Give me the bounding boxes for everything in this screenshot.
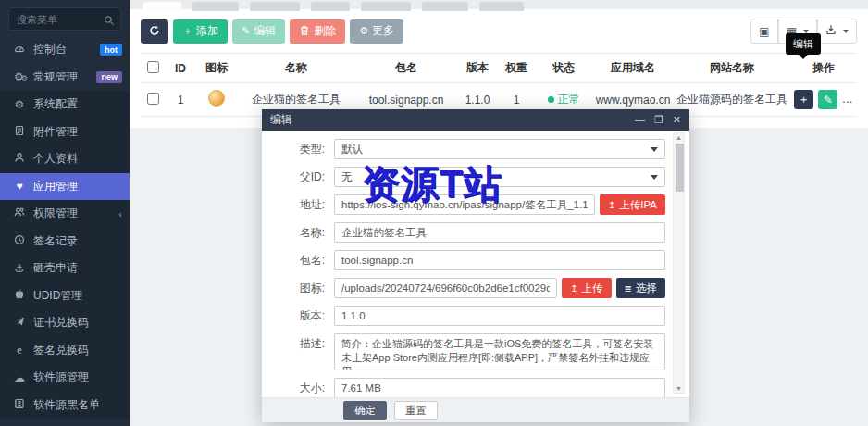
edit-dialog: 编辑 — ❐ ✕ 类型: 默认 父ID: 无 地址: ↥上传IPA xyxy=(262,109,689,422)
field-label-version: 版本: xyxy=(262,306,334,326)
version-input[interactable] xyxy=(334,306,665,326)
edit-button[interactable]: ✎编辑 xyxy=(232,19,285,44)
user-icon xyxy=(12,152,27,166)
col-id[interactable]: ID xyxy=(165,54,196,83)
tab-stub[interactable] xyxy=(143,2,181,11)
type-select[interactable]: 默认 xyxy=(334,139,665,159)
tab-stub[interactable] xyxy=(311,2,350,11)
sidebar-item-cert-codes[interactable]: 证书兑换码 xyxy=(0,309,130,337)
maximize-icon[interactable]: ❐ xyxy=(654,115,663,125)
gear-icon: ⚙ xyxy=(359,25,368,37)
sidebar-item-general[interactable]: ⚙⚙ 常规管理 new xyxy=(0,64,130,92)
address-book-icon xyxy=(12,398,27,412)
row-delete-button[interactable] xyxy=(843,90,857,109)
upload-icon-button[interactable]: ↥上传 xyxy=(562,278,611,298)
chevron-down-icon xyxy=(651,147,658,152)
sidebar-item-source-blacklist[interactable]: 软件源黑名单 xyxy=(0,392,130,420)
sidebar-item-system-config[interactable]: ⚙ 系统配置 xyxy=(0,91,130,119)
gears-icon: ⚙⚙ xyxy=(12,70,27,83)
dialog-title: 编辑 xyxy=(270,112,292,128)
row-checkbox[interactable] xyxy=(147,93,159,105)
scrollbar-thumb[interactable] xyxy=(676,144,684,192)
minimize-icon[interactable]: — xyxy=(635,115,645,125)
dialog-titlebar[interactable]: 编辑 — ❐ ✕ xyxy=(262,109,689,131)
hot-badge: hot xyxy=(100,44,122,56)
more-button[interactable]: ⚙更多 xyxy=(350,19,403,44)
col-icon[interactable]: 图标 xyxy=(196,54,237,83)
sidebar-item-label: 常规管理 xyxy=(33,69,78,85)
sidebar-item-sign-records[interactable]: 签名记录 xyxy=(0,228,130,256)
paper-plane-icon xyxy=(12,316,27,330)
sidebar-item-profile[interactable]: 个人资料 xyxy=(0,145,130,173)
sidebar-item-permissions[interactable]: 权限管理 ‹ xyxy=(0,200,130,228)
table-header-row: ID 图标 名称 包名 版本 权重 状态 应用域名 网站名称 操作 xyxy=(141,54,857,83)
row-add-button[interactable]: ＋ xyxy=(794,90,813,109)
choose-icon-button[interactable]: ≣选择 xyxy=(616,278,665,298)
cell-site-name: 企业猫源码的签名工具 xyxy=(674,83,790,117)
users-icon xyxy=(12,207,27,220)
dialog-scrollbar[interactable]: ▲ ▼ xyxy=(673,132,685,394)
reset-button[interactable]: 重置 xyxy=(394,401,438,420)
tab-stub[interactable] xyxy=(192,2,239,11)
data-table: ID 图标 名称 包名 版本 权重 状态 应用域名 网站名称 操作 1 企业猫的… xyxy=(141,53,857,117)
sidebar-item-console[interactable]: 控制台 hot xyxy=(0,36,130,64)
upload-ipa-button[interactable]: ↥上传IPA xyxy=(600,194,665,215)
field-label-icon: 图标: xyxy=(262,278,334,298)
tab-stub[interactable] xyxy=(250,2,300,11)
trash-icon xyxy=(847,93,857,106)
col-name[interactable]: 名称 xyxy=(237,54,355,83)
icon-path-input[interactable] xyxy=(334,278,557,298)
select-all-checkbox[interactable] xyxy=(147,61,159,73)
search-icon[interactable] xyxy=(104,13,115,30)
sidebar-item-udid[interactable]: UDID管理 xyxy=(0,282,130,310)
sidebar-item-attachments[interactable]: 附件管理 xyxy=(0,119,130,146)
export-button[interactable] xyxy=(817,19,857,44)
col-site-name[interactable]: 网站名称 xyxy=(674,54,790,83)
size-input[interactable] xyxy=(334,378,665,397)
description-textarea[interactable]: 简介：企业猫源码的签名工具是一款iOS免费的签名工具，可签名安装未上架App S… xyxy=(334,333,665,370)
sidebar-item-source-management[interactable]: ☁ 软件源管理 xyxy=(0,364,130,392)
col-status[interactable]: 状态 xyxy=(535,54,592,83)
chevron-down-icon xyxy=(843,30,849,33)
name-input[interactable] xyxy=(334,222,665,243)
sidebar-item-decrypt-request[interactable]: ⚓ 砸壳申请 xyxy=(0,255,130,282)
apple-icon xyxy=(12,289,27,303)
list-icon: ≣ xyxy=(625,283,632,294)
sidebar-item-label: 软件源管理 xyxy=(33,370,89,385)
refresh-button[interactable] xyxy=(141,19,168,44)
col-domain[interactable]: 应用域名 xyxy=(592,54,674,83)
attachment-icon xyxy=(12,125,27,139)
tab-stub[interactable] xyxy=(361,2,411,11)
new-badge: new xyxy=(96,71,122,83)
confirm-button[interactable]: 确定 xyxy=(343,401,387,420)
status-dot-icon xyxy=(548,96,554,103)
tab-stub[interactable] xyxy=(422,2,468,11)
upload-icon: ↥ xyxy=(570,283,577,294)
tab-stub[interactable] xyxy=(479,2,524,11)
col-weight[interactable]: 权重 xyxy=(498,54,535,83)
field-label-parent-id: 父ID: xyxy=(262,167,334,187)
add-button[interactable]: ＋添加 xyxy=(173,19,228,44)
field-label-name: 名称: xyxy=(262,222,334,243)
close-icon[interactable]: ✕ xyxy=(673,115,681,125)
col-package[interactable]: 包名 xyxy=(355,54,457,83)
field-label-package: 包名: xyxy=(262,250,334,270)
sidebar-item-app-management[interactable]: ♥ 应用管理 xyxy=(0,173,130,201)
field-label-type: 类型: xyxy=(262,139,334,159)
scroll-down-icon[interactable]: ▼ xyxy=(674,385,684,392)
package-input[interactable] xyxy=(334,250,665,270)
sidebar-item-label: 软件源黑名单 xyxy=(33,397,100,413)
sidebar-item-sign-codes[interactable]: e 签名兑换码 xyxy=(0,337,130,365)
toggle-view-button[interactable]: ▣ xyxy=(750,19,777,44)
export-icon xyxy=(825,24,837,38)
edit-tooltip: 编辑 xyxy=(786,33,821,55)
row-edit-button[interactable]: ✎ xyxy=(818,90,837,109)
delete-button[interactable]: 删除 xyxy=(290,19,345,44)
gear-icon: ⚙ xyxy=(12,98,27,111)
trash-icon xyxy=(299,25,310,38)
col-version[interactable]: 版本 xyxy=(457,54,498,83)
sidebar: 控制台 hot ⚙⚙ 常规管理 new ⚙ 系统配置 附件管理 个人资料 ♥ 应… xyxy=(0,0,130,426)
field-label-size: 大小: xyxy=(262,378,334,397)
edge-icon: e xyxy=(12,344,27,357)
scroll-up-icon[interactable]: ▲ xyxy=(674,134,684,141)
